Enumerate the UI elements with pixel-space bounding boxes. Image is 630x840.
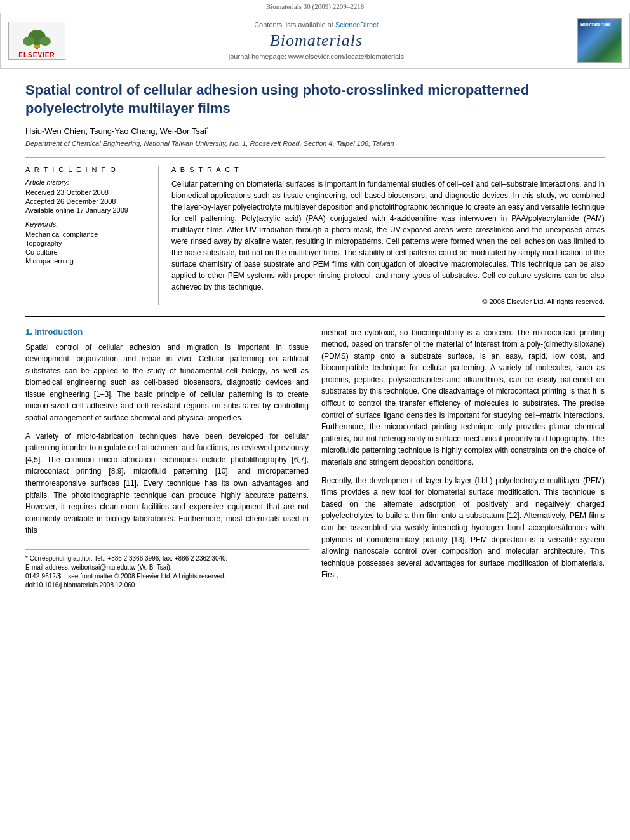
received-line: Received 23 October 2008 — [25, 189, 149, 196]
body-right-col: method are cytotoxic, so biocompatibilit… — [321, 327, 605, 589]
intro-para-2: A variety of micro-fabrication technique… — [25, 430, 309, 537]
body-two-col: 1. Introduction Spatial control of cellu… — [25, 327, 605, 589]
intro-heading: 1. Introduction — [25, 327, 309, 337]
keyword-1: Mechanical compliance — [25, 230, 149, 238]
elsevier-tree-icon — [15, 23, 59, 49]
homepage-line: journal homepage: www.elsevier.com/locat… — [65, 53, 567, 60]
elsevier-logo: ELSEVIER — [8, 22, 65, 60]
available-line: Available online 17 January 2009 — [25, 206, 149, 214]
right-para-1: method are cytotoxic, so biocompatibilit… — [321, 327, 605, 469]
accepted-line: Accepted 26 December 2008 — [25, 197, 149, 205]
keyword-4: Micropatterning — [25, 257, 149, 265]
body-left-col: 1. Introduction Spatial control of cellu… — [25, 327, 309, 589]
info-abstract-section: A R T I C L E I N F O Article history: R… — [25, 157, 605, 305]
journal-cover-thumbnail: Biomaterials — [577, 18, 622, 63]
journal-center-block: Contents lists available at ScienceDirec… — [65, 21, 567, 60]
footnotes: * Corresponding author. Tel.: +886 2 336… — [25, 549, 309, 589]
corresponding-footnote: * Corresponding author. Tel.: +886 2 336… — [25, 555, 309, 562]
svg-point-2 — [23, 37, 34, 46]
sciencedirect-line: Contents lists available at ScienceDirec… — [65, 21, 567, 29]
copyright-line: © 2008 Elsevier Ltd. All rights reserved… — [171, 298, 605, 305]
authors-text: Hsiu-Wen Chien, Tsung-Yao Chang, Wei-Bor… — [25, 126, 208, 136]
authors-line: Hsiu-Wen Chien, Tsung-Yao Chang, Wei-Bor… — [25, 125, 605, 135]
svg-point-3 — [39, 37, 51, 46]
body-section: 1. Introduction Spatial control of cellu… — [25, 316, 605, 589]
article-title: Spatial control of cellular adhesion usi… — [25, 81, 605, 117]
abstract-label: A B S T R A C T — [171, 166, 605, 173]
abstract-text: Cellular patterning on biomaterial surfa… — [171, 178, 605, 293]
doi-line: doi:10.1016/j.biomaterials.2008.12.060 — [25, 582, 309, 589]
article-info-col: A R T I C L E I N F O Article history: R… — [25, 166, 159, 305]
cover-label: Biomaterials — [580, 22, 611, 28]
elsevier-wordmark: ELSEVIER — [18, 51, 55, 58]
article-container: Spatial control of cellular adhesion usi… — [0, 69, 630, 601]
keywords-label: Keywords: — [25, 220, 149, 228]
keywords-section: Keywords: Mechanical compliance Topograp… — [25, 220, 149, 265]
issn-line: 0142-9612/$ – see front matter © 2008 El… — [25, 573, 309, 580]
keyword-3: Co-culture — [25, 248, 149, 256]
svg-rect-4 — [36, 48, 38, 49]
article-info-label: A R T I C L E I N F O — [25, 166, 149, 173]
journal-title: Biomaterials — [65, 31, 567, 50]
email-footnote: E-mail address: weibortsai@ntu.edu.tw (W… — [25, 564, 309, 571]
sciencedirect-link[interactable]: ScienceDirect — [335, 21, 379, 29]
journal-masthead: ELSEVIER Contents lists available at Sci… — [0, 13, 630, 69]
journal-ref-text: Biomaterials 30 (2009) 2209–2218 — [266, 3, 364, 10]
affiliation-line: Department of Chemical Engineering, Nati… — [25, 140, 605, 147]
history-section: Article history: Received 23 October 200… — [25, 178, 149, 214]
journal-ref-bar: Biomaterials 30 (2009) 2209–2218 — [0, 0, 630, 13]
right-para-2: Recently, the development of layer-by-la… — [321, 475, 605, 581]
keyword-2: Topography — [25, 239, 149, 247]
intro-para-1: Spatial control of cellular adhesion and… — [25, 342, 309, 424]
history-label: Article history: — [25, 178, 149, 186]
abstract-col: A B S T R A C T Cellular patterning on b… — [171, 166, 605, 305]
